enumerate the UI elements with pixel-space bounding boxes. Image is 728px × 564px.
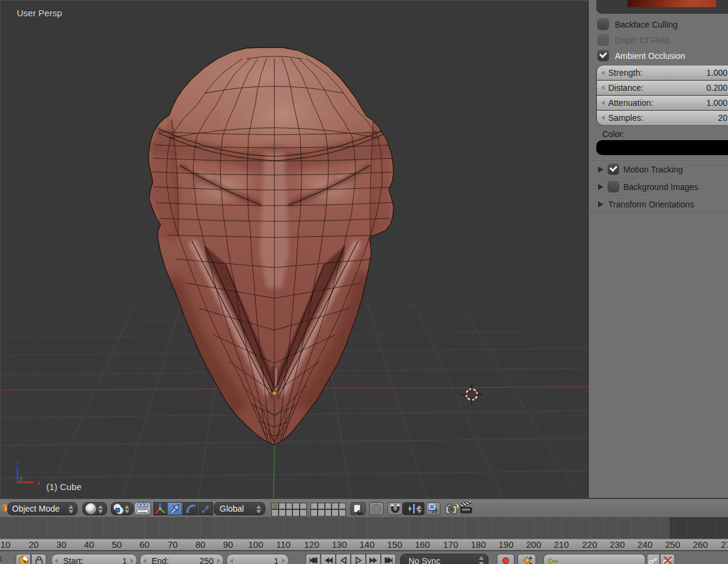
svg-text:z: z [16,459,20,466]
svg-text:y: y [19,474,23,481]
svg-text:x: x [37,479,40,486]
